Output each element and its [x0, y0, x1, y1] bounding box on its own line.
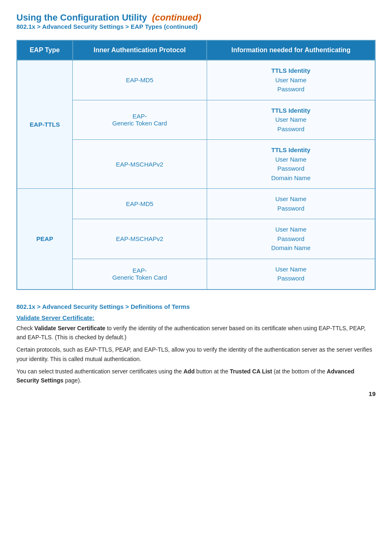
paragraphs-container: Check Validate Server Certificate to ver…	[16, 324, 376, 385]
title-continued: (continued)	[152, 12, 201, 23]
info-cell: User NamePassword	[207, 189, 375, 219]
table-row: PEAPEAP-MD5User NamePassword	[17, 189, 375, 219]
inner-auth-cell: EAP-MD5	[73, 189, 207, 219]
body-paragraph: Certain protocols, such as EAP-TTLS, PEA…	[16, 345, 376, 364]
table-row: EAP-TTLSEAP-MD5TTLS IdentityUser NamePas…	[17, 60, 375, 100]
info-cell: User NamePasswordDomain Name	[207, 219, 375, 259]
info-cell: TTLS IdentityUser NamePassword	[207, 60, 375, 100]
inner-auth-cell: EAP-MSCHAPv2	[73, 140, 207, 189]
inner-auth-cell: EAP-Generic Token Card	[73, 100, 207, 140]
body-paragraph: Check Validate Server Certificate to ver…	[16, 324, 376, 342]
eap-table: EAP Type Inner Authentication Protocol I…	[16, 40, 376, 290]
page-number: 19	[16, 390, 376, 397]
info-cell: User NamePassword	[207, 259, 375, 290]
eap-type-cell: EAP-TTLS	[17, 60, 73, 189]
info-cell: TTLS IdentityUser NamePasswordDomain Nam…	[207, 140, 375, 189]
title-main: Using the Configuration Utility	[16, 12, 147, 23]
inner-auth-cell: EAP-Generic Token Card	[73, 259, 207, 290]
col-header-info-needed: Information needed for Authenticating	[207, 40, 375, 60]
col-header-eap-type: EAP Type	[17, 40, 73, 60]
page-title: Using the Configuration Utility (continu…	[16, 12, 376, 23]
validate-cert-heading: Validate Server Certificate:	[16, 314, 376, 321]
definitions-section-heading: 802.1x > Advanced Security Settings > De…	[16, 303, 376, 310]
col-header-inner-auth: Inner Authentication Protocol	[73, 40, 207, 60]
eap-type-cell: PEAP	[17, 189, 73, 290]
page-subtitle: 802.1x > Advanced Security Settings > EA…	[16, 23, 376, 30]
inner-auth-cell: EAP-MSCHAPv2	[73, 219, 207, 259]
info-cell: TTLS IdentityUser NamePassword	[207, 100, 375, 140]
body-paragraph: You can select trusted authentication se…	[16, 367, 376, 385]
inner-auth-cell: EAP-MD5	[73, 60, 207, 100]
